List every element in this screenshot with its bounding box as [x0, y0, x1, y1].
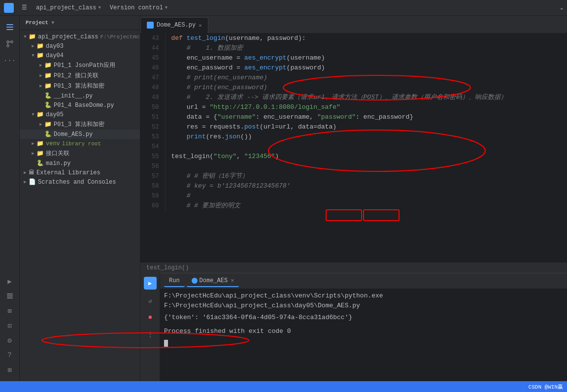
svg-rect-18: [364, 210, 399, 221]
venv-tag: library root: [62, 141, 101, 147]
run-finish-text: Process finished with exit code 0: [164, 327, 291, 335]
extlibs-label: External Libraries: [36, 169, 100, 176]
code-table: 43 def test_login(username, password): 4…: [140, 33, 567, 211]
run-button[interactable]: ▶: [144, 277, 157, 290]
tree-item-scratches[interactable]: ▶ 📄 Scratches and Consoles: [20, 177, 140, 187]
run-path-text: F:\ProjectHcEdu\api_project_class\venv\S…: [164, 292, 383, 309]
tab-close-icon[interactable]: ✕: [199, 22, 202, 29]
rerun-icon[interactable]: ↺: [143, 294, 158, 308]
cursor-line: [164, 338, 563, 348]
code-line-45: 45 enc_username = aes_encrypt(username): [140, 53, 567, 63]
svg-point-8: [11, 41, 13, 43]
stop-icon[interactable]: ■: [143, 310, 158, 325]
folder-icon: 📁: [44, 72, 52, 79]
tree-item-init[interactable]: ▶ 🐍 __init__.py: [20, 91, 140, 100]
tree-item-p012[interactable]: ▶ 📁 P01_2 接口关联: [20, 70, 140, 81]
tree-item-root[interactable]: ▼ 📁 api_project_class F:\ProjectHcEdu\ap…: [20, 32, 140, 41]
run-output: F:\ProjectHcEdu\api_project_class\venv\S…: [160, 289, 567, 381]
settings-icon[interactable]: ⊞: [2, 362, 17, 377]
root-path: F:\ProjectHcEdu\api: [100, 34, 140, 40]
project-icon[interactable]: [2, 20, 17, 34]
menu-bar: ☰ api_project_class ▼ Version control ▼: [18, 2, 171, 13]
panel-dropdown-icon: ▼: [51, 20, 54, 26]
code-editor[interactable]: 43 def test_login(username, password): 4…: [140, 33, 567, 262]
terminal-icon[interactable]: ⊡: [2, 318, 17, 333]
tab-bar: Dome_AES.py ✕: [140, 16, 567, 33]
project-name-menu[interactable]: api_project_class ▼: [32, 2, 105, 13]
tree-item-p011[interactable]: ▶ 📁 P01_1 JsonPath应用: [20, 60, 140, 70]
day04-label: day04: [46, 52, 64, 59]
tree-item-p013-2[interactable]: ▶ 📁 P01_3 算法和加密: [20, 119, 140, 130]
folder-icon: 📁: [36, 150, 44, 157]
bookmark-icon[interactable]: ⊞: [2, 303, 17, 318]
tab-domeaes-run[interactable]: Dome_AES ✕: [187, 275, 239, 287]
run-finish-line: Process finished with exit code 0: [164, 327, 563, 336]
expand-icon: ▼: [30, 112, 36, 117]
build-icon[interactable]: ⚙: [2, 333, 17, 348]
layers-icon[interactable]: [2, 289, 17, 303]
close-run-tab[interactable]: ✕: [231, 277, 234, 284]
tree-item-venv[interactable]: ▶ 📁 venv library root: [20, 139, 140, 148]
svg-rect-13: [7, 295, 13, 296]
svg-rect-17: [326, 210, 362, 221]
expand-icon: ▼: [22, 34, 29, 39]
expand-icon: ▶: [37, 73, 44, 78]
tree-item-mainpy[interactable]: ▶ 🐍 main.py: [20, 159, 140, 168]
code-line-51: 51 data = {"username": enc_username, "pa…: [140, 112, 567, 122]
bottom-panel-wrapper: ▶ ↺ ■ ⋮ Run Dome_AES ✕: [140, 273, 567, 381]
expand-icon: ▶: [22, 179, 29, 185]
code-line-50: 50 url = "http://127.0.0.1:8080/login_sa…: [140, 102, 567, 112]
folder-icon: 📁: [44, 62, 52, 69]
more-options-icon[interactable]: ⋮: [143, 327, 158, 342]
svg-rect-3: [9, 8, 12, 11]
top-bar: ☰ api_project_class ▼ Version control ▼ …: [0, 0, 567, 16]
help-icon[interactable]: ?: [2, 348, 17, 362]
left-icon-bar: ··· ▶ ⊞ ⊡ ⚙ ? ⊞: [0, 16, 20, 381]
p011-label: P01_1 JsonPath应用: [54, 61, 115, 69]
more-icon[interactable]: ···: [2, 53, 17, 68]
root-label: api_project_class: [38, 33, 98, 40]
tree-item-p013[interactable]: ▶ 📁 P01_3 算法和加密: [20, 81, 140, 91]
git-icon[interactable]: [2, 36, 17, 51]
version-control-menu[interactable]: Version control ▼: [106, 2, 171, 13]
vc-chevron-icon: ▼: [165, 5, 167, 10]
tree-item-extlibs[interactable]: ▶ 🏛 External Libraries: [20, 168, 140, 177]
code-line-47: 47 # print(enc_username): [140, 73, 567, 83]
venv-label: venv: [46, 140, 60, 147]
code-line-52: 52 res = requests.post(url=url, data=dat…: [140, 122, 567, 132]
main-layout: ··· ▶ ⊞ ⊡ ⚙ ? ⊞ Project ▼ ▼: [0, 16, 567, 381]
tab-domeaes[interactable]: Dome_AES.py ✕: [140, 17, 208, 33]
folder-icon: 📁: [44, 82, 52, 90]
code-line-58: 58 # key = b'1234567812345678': [140, 181, 567, 191]
status-bar-right: CSDN @WIN赢: [529, 383, 563, 391]
tree-item-interface[interactable]: ▶ 📁 接口关联: [20, 148, 140, 159]
p013-2-label: P01_3 算法和加密: [54, 120, 104, 129]
code-line-57: 57 # # 密钥（16字节）: [140, 171, 567, 181]
icon-bar-bottom: ▶ ⊞ ⊡ ⚙ ? ⊞: [2, 274, 17, 377]
folder-icon: 📁: [29, 33, 36, 40]
run-token-line: {'token': '61ac3364-0f6a-4d05-974a-8cca3…: [164, 313, 352, 323]
tree-item-day03[interactable]: ▶ 📁 day03: [20, 41, 140, 51]
code-line-54: 54: [140, 142, 567, 152]
python-file-icon: 🐍: [44, 101, 52, 109]
svg-point-7: [7, 41, 9, 43]
basedome-label: P01_4 BaseDome.py: [54, 102, 114, 109]
code-line-55: 55 test_login("tony", "123456"): [140, 152, 567, 162]
tree-item-domeaes[interactable]: ▶ 🐍 Dome_AES.py: [20, 130, 140, 139]
p012-label: P01_2 接口关联: [54, 71, 99, 80]
tree-item-day04[interactable]: ▼ 📁 day04: [20, 51, 140, 60]
code-line-44: 44 # 1. 数据加密: [140, 43, 567, 53]
run-icon[interactable]: ▶: [2, 274, 17, 289]
editor-wrapper: 43 def test_login(username, password): 4…: [140, 33, 567, 273]
tree-item-basedome[interactable]: ▶ 🐍 P01_4 BaseDome.py: [20, 100, 140, 110]
tree-item-day05[interactable]: ▼ 📁 day05: [20, 110, 140, 119]
tab-run[interactable]: Run: [164, 275, 185, 287]
code-line-48: 48 # print(enc_password): [140, 83, 567, 93]
hamburger-menu[interactable]: ☰: [18, 2, 31, 13]
top-bar-right: ☁: [560, 4, 563, 11]
libs-icon: 🏛: [29, 169, 34, 176]
day05-label: day05: [46, 111, 64, 118]
code-line-56: 56: [140, 162, 567, 171]
svg-rect-1: [9, 4, 12, 7]
mainpy-label: main.py: [46, 160, 70, 167]
